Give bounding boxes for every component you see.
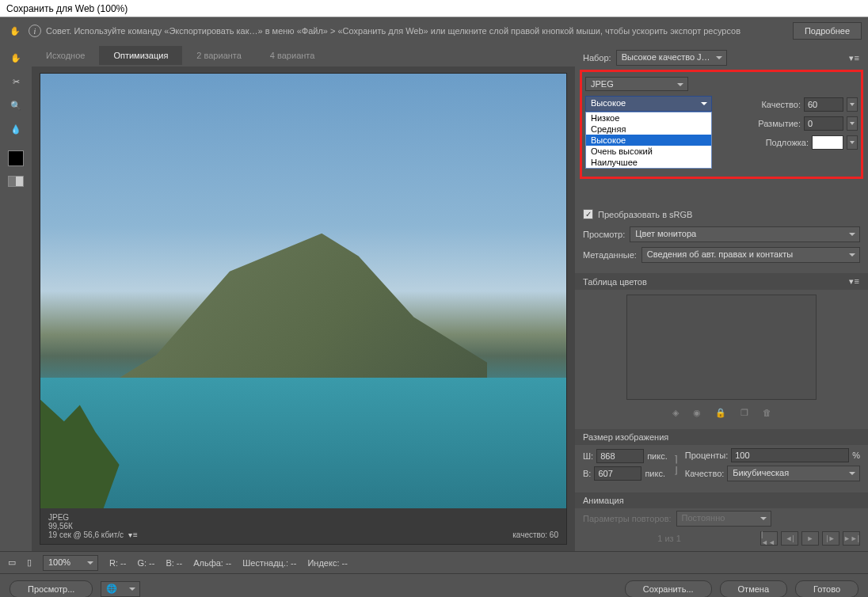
- blur-stepper-icon[interactable]: [847, 116, 858, 131]
- srgb-checkbox[interactable]: ✓: [583, 209, 593, 219]
- format-select[interactable]: JPEG: [585, 77, 688, 91]
- slice-visibility-icon[interactable]: [8, 176, 24, 187]
- preview-mode-select[interactable]: Цвет монитора: [630, 226, 860, 242]
- quality-option-low[interactable]: Низкое: [586, 112, 711, 124]
- anim-first-icon[interactable]: |◄◄: [760, 531, 778, 546]
- anim-next-icon[interactable]: |►: [822, 531, 839, 546]
- resample-label: Качество:: [685, 469, 725, 478]
- matte-stepper-icon[interactable]: [847, 135, 858, 150]
- tool-sidebar: ✋ ✂ 🔍 💧: [0, 44, 32, 551]
- loop-label: Параметры повторов:: [583, 514, 672, 523]
- preview-loadtime: 19 сек @ 56,6 кбит/с: [48, 530, 124, 539]
- status-alpha: Альфа: --: [193, 558, 231, 568]
- tab-optimized[interactable]: Оптимизация: [99, 46, 182, 65]
- frame-counter: 1 из 1: [583, 534, 756, 543]
- info-icon: i: [29, 25, 41, 37]
- tab-4up[interactable]: 4 варианта: [256, 46, 329, 65]
- anim-last-icon[interactable]: ►►|: [843, 531, 860, 546]
- ct-new-icon[interactable]: ❐: [740, 408, 748, 418]
- height-input[interactable]: [594, 466, 641, 481]
- height-label: В:: [583, 469, 591, 478]
- status-index: Индекс: --: [307, 558, 347, 568]
- zoom-tool-icon[interactable]: 🔍: [7, 97, 25, 114]
- eyedropper-tool-icon[interactable]: 💧: [7, 120, 25, 138]
- preset-select[interactable]: Высокое качество J…: [616, 50, 727, 66]
- anim-play-icon[interactable]: ►: [801, 531, 819, 546]
- metadata-select[interactable]: Сведения об авт. правах и контакты: [641, 247, 860, 263]
- width-unit: пикс.: [647, 451, 668, 461]
- preview-filesize: 99,56К: [48, 522, 139, 530]
- quality-input[interactable]: [804, 97, 843, 112]
- preview-format: JPEG: [48, 513, 139, 522]
- percent-label: Проценты:: [685, 451, 729, 460]
- panel-menu-icon[interactable]: ▾≡: [849, 53, 860, 63]
- status-b: B: --: [166, 558, 182, 568]
- image-size-header: Размер изображения: [583, 432, 668, 442]
- quality-preset-dropdown: Низкое Средняя Высокое Очень высокий Наи…: [585, 112, 712, 169]
- ct-lock-icon[interactable]: 🔒: [715, 408, 726, 418]
- quality-stepper-icon[interactable]: [847, 97, 858, 112]
- color-table-header: Таблица цветов: [583, 277, 647, 287]
- preview-image[interactable]: [40, 74, 566, 508]
- srgb-label: Преобразовать в sRGB: [598, 210, 692, 219]
- footer: Просмотр... 🌐 Сохранить... Отмена Готово: [0, 573, 868, 597]
- matte-label: Подложка:: [766, 138, 809, 147]
- done-button[interactable]: Готово: [795, 580, 858, 598]
- status-g: G: --: [137, 558, 154, 568]
- info-bar: ✋ i Совет. Используйте команду «Экспорти…: [0, 17, 868, 44]
- quality-option-high[interactable]: Высокое: [586, 135, 711, 146]
- preview-mode-label: Просмотр:: [583, 230, 625, 239]
- link-dimensions-icon[interactable]: ⌉⌋: [671, 454, 682, 476]
- quality-option-medium[interactable]: Средняя: [586, 124, 711, 135]
- percent-unit: %: [852, 451, 860, 460]
- resample-select[interactable]: Бикубическая: [727, 466, 860, 481]
- browser-select[interactable]: 🌐: [101, 581, 140, 597]
- more-button[interactable]: Подробнее: [793, 22, 862, 40]
- color-table-toolbar: ◈ ◉ 🔒 ❐ 🗑: [575, 405, 868, 421]
- window-title: Сохранить для Web (100%): [0, 0, 868, 17]
- hand-tool-icon[interactable]: ✋: [7, 49, 25, 67]
- cancel-button[interactable]: Отмена: [720, 580, 787, 598]
- blur-input[interactable]: [804, 116, 843, 131]
- quality-label: Качество:: [761, 100, 801, 109]
- color-table-menu-icon[interactable]: ▾≡: [849, 276, 860, 287]
- ct-trash-icon[interactable]: 🗑: [763, 408, 771, 418]
- zoom-select[interactable]: 100%: [43, 555, 98, 571]
- preset-label: Набор:: [583, 53, 611, 63]
- format-settings-highlight: JPEG Высокое Низкое Средняя Высокое Очен…: [580, 70, 863, 179]
- preview-quality: качество: 60: [512, 530, 558, 539]
- percent-input[interactable]: [731, 448, 849, 462]
- blur-label: Размытие:: [758, 119, 801, 128]
- metadata-label: Метаданные:: [583, 250, 637, 260]
- device-toggle-icon[interactable]: ▭: [8, 557, 16, 568]
- width-label: Ш:: [583, 451, 593, 461]
- view-tabs: Исходное Оптимизация 2 варианта 4 вариан…: [32, 44, 575, 67]
- status-r: R: --: [109, 558, 126, 568]
- speed-menu-icon[interactable]: ▾≡: [128, 530, 139, 539]
- tab-original[interactable]: Исходное: [32, 46, 99, 65]
- quality-preset-select[interactable]: Высокое: [585, 96, 712, 112]
- status-hex: Шестнадц.: --: [242, 558, 296, 568]
- ct-cube-icon[interactable]: ◉: [693, 408, 701, 418]
- slice-tool-icon[interactable]: ✂: [7, 73, 25, 90]
- matte-color-well[interactable]: [812, 135, 843, 150]
- quality-option-max[interactable]: Наилучшее: [586, 157, 711, 168]
- preview-button[interactable]: Просмотр...: [10, 580, 93, 598]
- hand-icon[interactable]: ✋: [6, 22, 24, 40]
- status-bar: ▭ ▯ 100% R: -- G: -- B: -- Альфа: -- Шес…: [0, 551, 868, 573]
- width-input[interactable]: [596, 449, 644, 463]
- anim-prev-icon[interactable]: ◄|: [781, 531, 798, 546]
- preview-frame: JPEG 99,56К 19 сек @ 56,6 кбит/с ▾≡ каче…: [40, 73, 567, 545]
- ct-eyedrop-icon[interactable]: ◈: [672, 408, 679, 418]
- tip-text: Совет. Используйте команду «Экспортирова…: [46, 26, 788, 36]
- height-unit: пикс.: [645, 469, 665, 478]
- color-table-area: [626, 295, 817, 400]
- loop-select: Постоянно: [676, 511, 771, 527]
- animation-header: Анимация: [583, 496, 624, 505]
- settings-panel: Набор: Высокое качество J… ▾≡ JPEG Высок…: [575, 44, 868, 551]
- foreground-color-swatch[interactable]: [8, 150, 24, 166]
- device-toggle2-icon[interactable]: ▯: [27, 557, 32, 568]
- quality-option-veryhigh[interactable]: Очень высокий: [586, 146, 711, 157]
- save-button[interactable]: Сохранить...: [625, 580, 712, 598]
- tab-2up[interactable]: 2 варианта: [182, 46, 256, 65]
